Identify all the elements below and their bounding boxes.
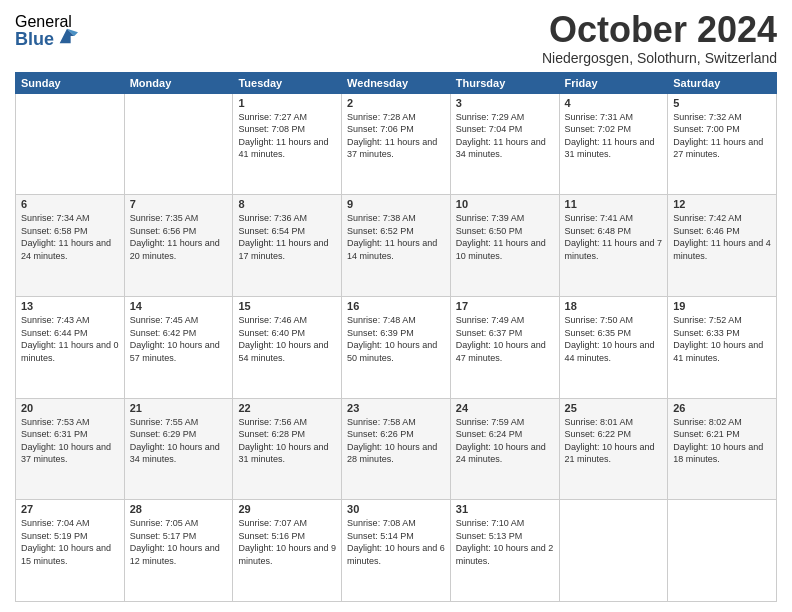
calendar-cell: 31Sunrise: 7:10 AM Sunset: 5:13 PM Dayli…	[450, 500, 559, 602]
day-number: 16	[347, 300, 445, 312]
day-number: 13	[21, 300, 119, 312]
calendar-cell: 4Sunrise: 7:31 AM Sunset: 7:02 PM Daylig…	[559, 93, 668, 195]
day-info: Sunrise: 7:56 AM Sunset: 6:28 PM Dayligh…	[238, 416, 336, 466]
day-number: 8	[238, 198, 336, 210]
day-info: Sunrise: 8:01 AM Sunset: 6:22 PM Dayligh…	[565, 416, 663, 466]
calendar-cell: 22Sunrise: 7:56 AM Sunset: 6:28 PM Dayli…	[233, 398, 342, 500]
day-number: 26	[673, 402, 771, 414]
weekday-header: Thursday	[450, 72, 559, 93]
calendar-cell: 6Sunrise: 7:34 AM Sunset: 6:58 PM Daylig…	[16, 195, 125, 297]
calendar-cell: 14Sunrise: 7:45 AM Sunset: 6:42 PM Dayli…	[124, 296, 233, 398]
calendar-cell: 3Sunrise: 7:29 AM Sunset: 7:04 PM Daylig…	[450, 93, 559, 195]
day-info: Sunrise: 7:27 AM Sunset: 7:08 PM Dayligh…	[238, 111, 336, 161]
day-number: 12	[673, 198, 771, 210]
day-number: 11	[565, 198, 663, 210]
day-number: 19	[673, 300, 771, 312]
day-info: Sunrise: 7:31 AM Sunset: 7:02 PM Dayligh…	[565, 111, 663, 161]
calendar-cell: 29Sunrise: 7:07 AM Sunset: 5:16 PM Dayli…	[233, 500, 342, 602]
title-block: October 2024 Niedergosgen, Solothurn, Sw…	[542, 10, 777, 66]
calendar-header: SundayMondayTuesdayWednesdayThursdayFrid…	[16, 72, 777, 93]
calendar-cell: 19Sunrise: 7:52 AM Sunset: 6:33 PM Dayli…	[668, 296, 777, 398]
calendar-cell: 18Sunrise: 7:50 AM Sunset: 6:35 PM Dayli…	[559, 296, 668, 398]
calendar-week-row: 20Sunrise: 7:53 AM Sunset: 6:31 PM Dayli…	[16, 398, 777, 500]
calendar-cell: 20Sunrise: 7:53 AM Sunset: 6:31 PM Dayli…	[16, 398, 125, 500]
calendar-cell	[668, 500, 777, 602]
month-title: October 2024	[542, 10, 777, 50]
calendar-cell	[559, 500, 668, 602]
logo-text: General Blue	[15, 14, 78, 48]
calendar-cell: 5Sunrise: 7:32 AM Sunset: 7:00 PM Daylig…	[668, 93, 777, 195]
day-info: Sunrise: 7:39 AM Sunset: 6:50 PM Dayligh…	[456, 212, 554, 262]
day-info: Sunrise: 7:41 AM Sunset: 6:48 PM Dayligh…	[565, 212, 663, 262]
page: General Blue October 2024 Niedergosgen, …	[0, 0, 792, 612]
calendar-cell: 9Sunrise: 7:38 AM Sunset: 6:52 PM Daylig…	[342, 195, 451, 297]
day-number: 27	[21, 503, 119, 515]
day-info: Sunrise: 7:36 AM Sunset: 6:54 PM Dayligh…	[238, 212, 336, 262]
calendar-cell	[124, 93, 233, 195]
day-number: 28	[130, 503, 228, 515]
calendar-cell: 12Sunrise: 7:42 AM Sunset: 6:46 PM Dayli…	[668, 195, 777, 297]
calendar-week-row: 1Sunrise: 7:27 AM Sunset: 7:08 PM Daylig…	[16, 93, 777, 195]
day-info: Sunrise: 7:58 AM Sunset: 6:26 PM Dayligh…	[347, 416, 445, 466]
day-info: Sunrise: 7:04 AM Sunset: 5:19 PM Dayligh…	[21, 517, 119, 567]
day-number: 3	[456, 97, 554, 109]
calendar-table: SundayMondayTuesdayWednesdayThursdayFrid…	[15, 72, 777, 602]
logo-blue: Blue	[15, 30, 54, 48]
day-number: 15	[238, 300, 336, 312]
day-number: 17	[456, 300, 554, 312]
header: General Blue October 2024 Niedergosgen, …	[15, 10, 777, 66]
calendar-body: 1Sunrise: 7:27 AM Sunset: 7:08 PM Daylig…	[16, 93, 777, 601]
day-number: 5	[673, 97, 771, 109]
calendar-cell: 11Sunrise: 7:41 AM Sunset: 6:48 PM Dayli…	[559, 195, 668, 297]
weekday-header: Friday	[559, 72, 668, 93]
day-info: Sunrise: 7:08 AM Sunset: 5:14 PM Dayligh…	[347, 517, 445, 567]
day-info: Sunrise: 7:48 AM Sunset: 6:39 PM Dayligh…	[347, 314, 445, 364]
weekday-header: Saturday	[668, 72, 777, 93]
weekday-header: Tuesday	[233, 72, 342, 93]
day-number: 30	[347, 503, 445, 515]
calendar-cell: 2Sunrise: 7:28 AM Sunset: 7:06 PM Daylig…	[342, 93, 451, 195]
calendar-cell: 25Sunrise: 8:01 AM Sunset: 6:22 PM Dayli…	[559, 398, 668, 500]
calendar-cell: 8Sunrise: 7:36 AM Sunset: 6:54 PM Daylig…	[233, 195, 342, 297]
day-number: 1	[238, 97, 336, 109]
day-info: Sunrise: 7:49 AM Sunset: 6:37 PM Dayligh…	[456, 314, 554, 364]
calendar-cell	[16, 93, 125, 195]
day-info: Sunrise: 7:46 AM Sunset: 6:40 PM Dayligh…	[238, 314, 336, 364]
weekday-header: Monday	[124, 72, 233, 93]
calendar-cell: 16Sunrise: 7:48 AM Sunset: 6:39 PM Dayli…	[342, 296, 451, 398]
day-number: 7	[130, 198, 228, 210]
day-info: Sunrise: 7:32 AM Sunset: 7:00 PM Dayligh…	[673, 111, 771, 161]
day-info: Sunrise: 7:05 AM Sunset: 5:17 PM Dayligh…	[130, 517, 228, 567]
day-info: Sunrise: 7:53 AM Sunset: 6:31 PM Dayligh…	[21, 416, 119, 466]
logo: General Blue	[15, 14, 78, 48]
day-info: Sunrise: 7:35 AM Sunset: 6:56 PM Dayligh…	[130, 212, 228, 262]
day-info: Sunrise: 7:59 AM Sunset: 6:24 PM Dayligh…	[456, 416, 554, 466]
day-number: 14	[130, 300, 228, 312]
day-number: 6	[21, 198, 119, 210]
day-info: Sunrise: 7:45 AM Sunset: 6:42 PM Dayligh…	[130, 314, 228, 364]
day-number: 31	[456, 503, 554, 515]
day-number: 20	[21, 402, 119, 414]
day-info: Sunrise: 7:50 AM Sunset: 6:35 PM Dayligh…	[565, 314, 663, 364]
day-info: Sunrise: 7:42 AM Sunset: 6:46 PM Dayligh…	[673, 212, 771, 262]
day-number: 10	[456, 198, 554, 210]
day-info: Sunrise: 7:28 AM Sunset: 7:06 PM Dayligh…	[347, 111, 445, 161]
day-info: Sunrise: 7:29 AM Sunset: 7:04 PM Dayligh…	[456, 111, 554, 161]
weekday-row: SundayMondayTuesdayWednesdayThursdayFrid…	[16, 72, 777, 93]
day-info: Sunrise: 7:52 AM Sunset: 6:33 PM Dayligh…	[673, 314, 771, 364]
calendar-cell: 10Sunrise: 7:39 AM Sunset: 6:50 PM Dayli…	[450, 195, 559, 297]
day-number: 23	[347, 402, 445, 414]
day-number: 22	[238, 402, 336, 414]
calendar-cell: 1Sunrise: 7:27 AM Sunset: 7:08 PM Daylig…	[233, 93, 342, 195]
day-number: 9	[347, 198, 445, 210]
calendar-cell: 15Sunrise: 7:46 AM Sunset: 6:40 PM Dayli…	[233, 296, 342, 398]
day-number: 29	[238, 503, 336, 515]
day-number: 24	[456, 402, 554, 414]
calendar-week-row: 27Sunrise: 7:04 AM Sunset: 5:19 PM Dayli…	[16, 500, 777, 602]
calendar-cell: 21Sunrise: 7:55 AM Sunset: 6:29 PM Dayli…	[124, 398, 233, 500]
day-info: Sunrise: 7:10 AM Sunset: 5:13 PM Dayligh…	[456, 517, 554, 567]
day-number: 18	[565, 300, 663, 312]
weekday-header: Wednesday	[342, 72, 451, 93]
calendar-week-row: 13Sunrise: 7:43 AM Sunset: 6:44 PM Dayli…	[16, 296, 777, 398]
day-number: 4	[565, 97, 663, 109]
